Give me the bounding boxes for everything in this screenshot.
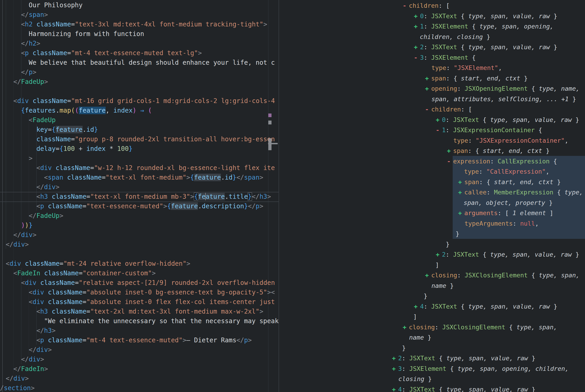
code-line[interactable]: <p className="mt-4 text-essence-muted te… <box>0 48 279 58</box>
token-a: className <box>36 136 71 143</box>
code-line[interactable]: delay={100 + index * 100} <box>0 144 279 154</box>
code-line[interactable]: Harmonizing form with function <box>0 29 279 39</box>
token-w: , <box>546 168 549 175</box>
code-line[interactable]: className="group p-8 rounded-2xl transit… <box>0 134 279 144</box>
code-line[interactable] <box>0 86 279 96</box>
expand-icon[interactable]: + <box>458 177 464 187</box>
code-line[interactable]: </h3> <box>0 326 279 336</box>
code-line[interactable]: <div className="absolute inset-0 flex fl… <box>0 297 279 307</box>
token-w: { <box>553 189 564 196</box>
code-line[interactable]: <div className="mt-24 relative overflow-… <box>0 259 279 268</box>
token-b: } <box>29 222 33 229</box>
editor-overview-ruler[interactable] <box>268 0 279 392</box>
code-line[interactable]: We believe that beautiful design should … <box>0 58 279 68</box>
token-w: : { <box>479 178 494 186</box>
token-a: className <box>52 308 87 315</box>
expand-icon[interactable]: + <box>447 146 453 156</box>
code-line[interactable]: <h3 className="text-xl font-medium mb-3"… <box>0 192 279 202</box>
token-nt: JSXText <box>431 12 457 20</box>
expand-icon[interactable]: + <box>425 84 431 94</box>
code-line[interactable]: <FadeUp <box>0 115 279 125</box>
expand-icon[interactable]: + <box>403 322 409 332</box>
code-line[interactable]: "We eliminate the unnecessary so that th… <box>0 316 279 326</box>
code-line[interactable]: </h2> <box>0 39 279 48</box>
token-f: map <box>60 107 71 114</box>
code-line[interactable]: </div> <box>0 345 279 354</box>
code-line[interactable]: <p className="text-essence-muted">{featu… <box>0 202 279 211</box>
token-it: type, span, opening, <box>479 23 553 30</box>
code-line[interactable]: <span className="text-xl font-medium">{f… <box>0 173 279 182</box>
code-line[interactable]: </FadeUp> <box>0 211 279 220</box>
code-line[interactable]: <div className="w-12 h-12 rounded-xl bg-… <box>0 163 279 173</box>
token-a: delay <box>36 145 56 152</box>
expand-icon[interactable]: + <box>425 270 431 280</box>
expand-icon[interactable]: + <box>392 353 398 364</box>
code-line[interactable]: ))} <box>0 220 279 230</box>
token-a: className <box>37 20 71 28</box>
token-w: : [ <box>461 106 472 113</box>
token-p: > <box>263 20 267 28</box>
token-w: : <box>402 354 409 362</box>
code-line[interactable]: </div> <box>0 182 279 192</box>
token-w: , <box>535 220 539 227</box>
expand-icon[interactable]: + <box>392 384 398 392</box>
token-s: "mt-4 text-essence-muted" <box>87 336 182 344</box>
expand-icon[interactable]: + <box>414 11 420 22</box>
token-a: className <box>67 174 102 181</box>
token-p: > <box>25 375 29 382</box>
collapse-icon[interactable]: - <box>403 0 409 11</box>
token-x <box>63 174 67 181</box>
code-line[interactable]: </span> <box>0 10 279 20</box>
collapse-icon[interactable]: - <box>414 52 420 63</box>
token-it: type, span, value, raw <box>446 386 528 392</box>
token-c: FadeUp <box>37 212 60 220</box>
code-line[interactable]: <h2 className="text-3xl md:text-4xl font… <box>0 20 279 29</box>
expand-icon[interactable]: + <box>392 364 398 374</box>
code-line[interactable]: > <box>0 154 279 163</box>
token-k: children <box>409 2 439 9</box>
code-line[interactable]: </FadeIn> <box>0 364 279 374</box>
code-line[interactable]: </div> <box>0 240 279 249</box>
code-line[interactable]: <div className="relative aspect-[21/9] r… <box>0 278 279 288</box>
token-w: : <box>468 137 476 144</box>
code-line[interactable]: </FadeUp> <box>0 77 279 86</box>
expand-icon[interactable]: + <box>425 73 431 84</box>
code-line[interactable]: </div> <box>0 354 279 364</box>
code-line[interactable]: <FadeIn className="container-custom"> <box>0 268 279 278</box>
code-line[interactable]: <div className="mt-16 grid grid-cols-1 m… <box>0 96 279 106</box>
expand-icon[interactable]: + <box>458 208 464 218</box>
token-t: h2 <box>29 40 37 47</box>
collapse-icon[interactable]: - <box>425 104 431 115</box>
token-s: "absolute inset-0 bg-essence-text bg-opa… <box>87 288 267 296</box>
token-nt: JSXElement <box>409 365 447 372</box>
token-p: </ <box>6 241 14 248</box>
token-x <box>106 145 110 152</box>
code-line[interactable]: </div> <box>0 374 279 383</box>
code-line[interactable]: </div> <box>0 230 279 240</box>
code-line[interactable]: <h3 className="text-2xl md:text-3xl font… <box>0 307 279 316</box>
code-line[interactable]: <p className="mt-4 text-essence-muted">—… <box>0 336 279 345</box>
expand-icon[interactable]: + <box>436 115 442 125</box>
code-line[interactable]: {features.map((feature, index) ⇒ ( <box>0 106 279 115</box>
token-p: </ <box>14 78 21 86</box>
expand-icon[interactable]: + <box>458 187 464 198</box>
code-line[interactable]: /section> <box>0 383 279 392</box>
collapse-icon[interactable]: - <box>447 156 453 166</box>
token-x <box>44 288 48 296</box>
token-it: name <box>409 334 424 341</box>
code-editor-pane[interactable]: Our Philosophy</span><h2 className="text… <box>0 0 279 392</box>
token-a: className <box>48 288 83 296</box>
code-line[interactable]: Our Philosophy <box>0 0 279 10</box>
code-line[interactable]: <div className="absolute inset-0 bg-esse… <box>0 288 279 297</box>
token-p: < <box>29 298 33 306</box>
token-p: < <box>6 260 10 267</box>
expand-icon[interactable]: + <box>414 301 420 312</box>
expand-icon[interactable]: + <box>414 42 420 52</box>
expand-icon[interactable]: + <box>414 21 420 32</box>
code-line[interactable]: key={feature.id} <box>0 125 279 134</box>
code-line[interactable] <box>0 249 279 259</box>
code-line[interactable]: </p> <box>0 68 279 77</box>
expand-icon[interactable]: + <box>436 249 442 260</box>
token-p: </ <box>14 231 21 238</box>
collapse-icon[interactable]: - <box>436 125 442 136</box>
